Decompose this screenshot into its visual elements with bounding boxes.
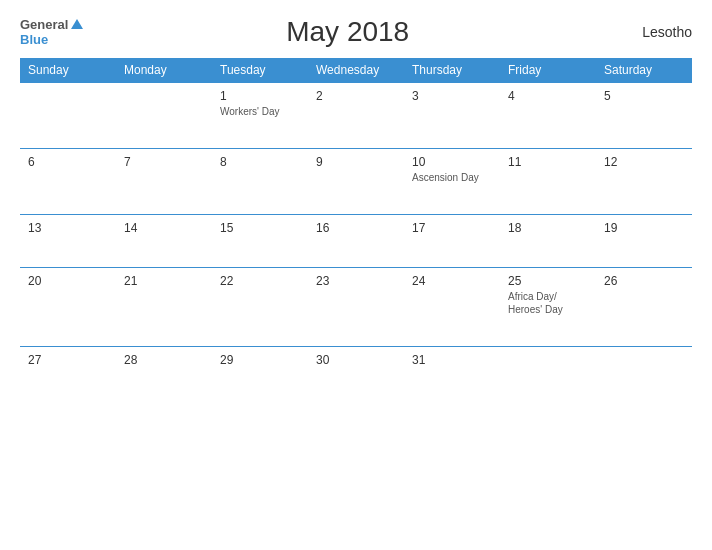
calendar-day-cell: 1Workers' Day [212,83,308,149]
calendar-day-cell: 17 [404,215,500,268]
calendar-day-cell: 27 [20,347,116,400]
day-number: 29 [220,353,300,367]
day-number: 8 [220,155,300,169]
calendar-day-cell: 18 [500,215,596,268]
calendar-day-cell: 4 [500,83,596,149]
calendar-day-cell: 20 [20,268,116,347]
logo: General Blue [20,17,83,47]
col-wednesday: Wednesday [308,58,404,83]
day-number: 11 [508,155,588,169]
weekday-header-row: Sunday Monday Tuesday Wednesday Thursday… [20,58,692,83]
day-number: 26 [604,274,684,288]
day-number: 17 [412,221,492,235]
calendar-day-cell: 29 [212,347,308,400]
col-saturday: Saturday [596,58,692,83]
day-number: 5 [604,89,684,103]
calendar-day-cell: 22 [212,268,308,347]
calendar-week-row: 678910Ascension Day1112 [20,149,692,215]
logo-general-text: General [20,17,68,32]
calendar-day-cell: 30 [308,347,404,400]
calendar-week-row: 13141516171819 [20,215,692,268]
country-label: Lesotho [612,24,692,40]
holiday-label: Africa Day/ Heroes' Day [508,290,588,316]
day-number: 2 [316,89,396,103]
day-number: 10 [412,155,492,169]
calendar-table: Sunday Monday Tuesday Wednesday Thursday… [20,58,692,399]
col-tuesday: Tuesday [212,58,308,83]
calendar-day-cell: 14 [116,215,212,268]
calendar-day-cell: 5 [596,83,692,149]
day-number: 24 [412,274,492,288]
day-number: 25 [508,274,588,288]
calendar-day-cell: 24 [404,268,500,347]
calendar-day-cell [20,83,116,149]
holiday-label: Ascension Day [412,171,492,184]
day-number: 18 [508,221,588,235]
day-number: 6 [28,155,108,169]
day-number: 23 [316,274,396,288]
day-number: 14 [124,221,204,235]
col-friday: Friday [500,58,596,83]
calendar-day-cell [596,347,692,400]
calendar-week-row: 202122232425Africa Day/ Heroes' Day26 [20,268,692,347]
calendar-day-cell: 31 [404,347,500,400]
holiday-label: Workers' Day [220,105,300,118]
day-number: 7 [124,155,204,169]
calendar-day-cell: 12 [596,149,692,215]
calendar-day-cell: 7 [116,149,212,215]
day-number: 16 [316,221,396,235]
calendar-day-cell: 10Ascension Day [404,149,500,215]
day-number: 31 [412,353,492,367]
day-number: 12 [604,155,684,169]
calendar-day-cell: 11 [500,149,596,215]
calendar-week-row: 1Workers' Day2345 [20,83,692,149]
calendar-day-cell: 16 [308,215,404,268]
calendar-day-cell: 2 [308,83,404,149]
day-number: 22 [220,274,300,288]
calendar-day-cell: 25Africa Day/ Heroes' Day [500,268,596,347]
logo-triangle-icon [71,19,83,29]
day-number: 28 [124,353,204,367]
day-number: 21 [124,274,204,288]
calendar-day-cell [116,83,212,149]
header: General Blue May 2018 Lesotho [20,16,692,48]
calendar-day-cell: 9 [308,149,404,215]
calendar-day-cell: 6 [20,149,116,215]
calendar-day-cell: 19 [596,215,692,268]
calendar-day-cell: 26 [596,268,692,347]
calendar-day-cell: 8 [212,149,308,215]
day-number: 13 [28,221,108,235]
day-number: 27 [28,353,108,367]
calendar-title: May 2018 [83,16,612,48]
day-number: 3 [412,89,492,103]
day-number: 20 [28,274,108,288]
day-number: 15 [220,221,300,235]
col-thursday: Thursday [404,58,500,83]
calendar-day-cell: 3 [404,83,500,149]
calendar-day-cell [500,347,596,400]
calendar-day-cell: 13 [20,215,116,268]
logo-blue-text: Blue [20,32,48,47]
col-sunday: Sunday [20,58,116,83]
page: General Blue May 2018 Lesotho Sunday Mon… [0,0,712,550]
calendar-week-row: 2728293031 [20,347,692,400]
day-number: 19 [604,221,684,235]
calendar-day-cell: 21 [116,268,212,347]
day-number: 1 [220,89,300,103]
calendar-day-cell: 15 [212,215,308,268]
calendar-day-cell: 28 [116,347,212,400]
day-number: 30 [316,353,396,367]
day-number: 4 [508,89,588,103]
col-monday: Monday [116,58,212,83]
day-number: 9 [316,155,396,169]
calendar-day-cell: 23 [308,268,404,347]
